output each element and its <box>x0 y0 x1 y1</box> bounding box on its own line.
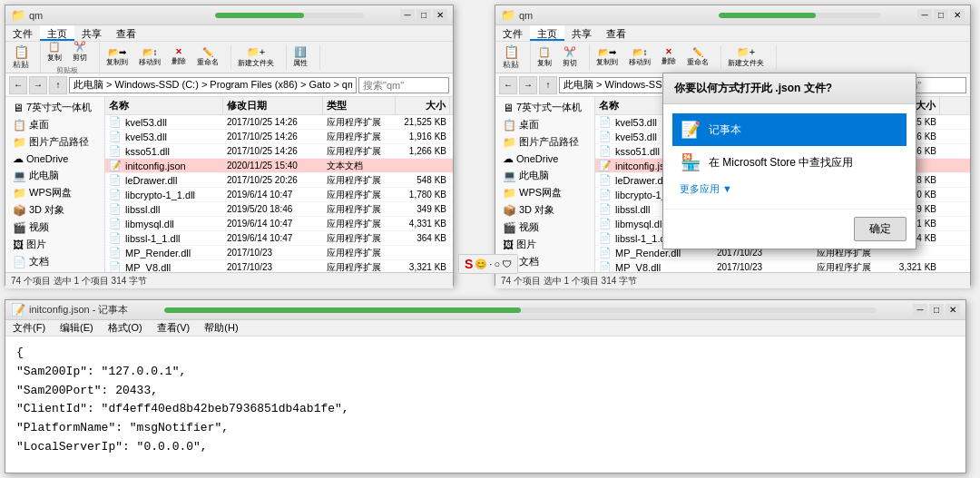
dot-icon: · <box>489 259 492 269</box>
copy-btn-left[interactable]: 📋复制 <box>43 39 66 64</box>
copy-to-btn-left[interactable]: 📂➡复制到 <box>102 45 132 69</box>
menu-file[interactable]: 文件(F) <box>5 319 53 337</box>
file-row-5-left[interactable]: 📄libssl.dll2019/5/20 18:46应用程序扩展349 KB <box>105 202 453 217</box>
tab-home-right[interactable]: 主页 <box>530 25 564 41</box>
sidebar-r-2[interactable]: 📁图片产品路径 <box>495 133 594 151</box>
sidebar-item-pictures[interactable]: 🖼图片 <box>5 236 104 253</box>
file-row-8-left[interactable]: 📄MP_Render.dll2017/10/23应用程序扩展 <box>105 246 453 260</box>
notepad-title: initconfig.json - 记事本 <box>29 303 128 317</box>
close-btn-right[interactable]: ✕ <box>950 9 965 22</box>
file-row-4-left[interactable]: 📄libcrypto-1_1.dll2019/6/14 10:47应用程序扩展1… <box>105 188 453 202</box>
tab-file-right[interactable]: 文件 <box>495 25 530 41</box>
content-line-2: "Sam200Port": 20433, <box>16 382 955 401</box>
sidebar-item-0[interactable]: 🖥7英寸式一体机 <box>5 99 104 116</box>
file-row-9-left[interactable]: 📄MP_V8.dll2017/10/23应用程序扩展3,321 KB <box>105 260 453 272</box>
file-row-3-left[interactable]: 📄leDrawer.dll2017/10/25 20:26应用程序扩展548 K… <box>105 173 453 188</box>
file-row-0-left[interactable]: 📄kvel53.dll2017/10/25 14:26应用程序扩展21,525 … <box>105 115 453 130</box>
copy-btn-right[interactable]: 📋复制 <box>533 44 556 70</box>
dialog-app-store[interactable]: 🏪 在 Microsoft Store 中查找应用 <box>672 146 906 179</box>
col-header-date-left[interactable]: 修改日期 <box>223 97 323 114</box>
more-apps-link[interactable]: 更多应用 ▼ <box>672 179 906 200</box>
rename-btn-right[interactable]: ✏️重命名 <box>682 45 713 69</box>
sidebar-item-docs[interactable]: 📄文档 <box>5 253 104 270</box>
maximize-btn-left[interactable]: □ <box>416 9 431 22</box>
sidebar-item-computer[interactable]: 💻此电脑 <box>5 167 104 184</box>
cut-btn-right[interactable]: ✂️剪切 <box>558 44 582 70</box>
statusbar-right: 74 个项目 选中 1 个项目 314 字节 <box>495 272 970 288</box>
dialog-app-notepad[interactable]: 📝 记事本 <box>672 113 906 146</box>
sidebar-r-computer[interactable]: 💻此电脑 <box>495 167 594 184</box>
move-to-btn-left[interactable]: 📂↕移动到 <box>134 45 165 69</box>
ribbon-group-open: ℹ️ 属性 <box>289 44 320 70</box>
minimize-btn-right[interactable]: ─ <box>917 9 932 22</box>
col-header-type-left[interactable]: 类型 <box>323 97 396 114</box>
notepad-window: 📝 initconfig.json - 记事本 ─ □ ✕ 文件(F) 编辑(E… <box>5 299 966 473</box>
file-row-9-right[interactable]: 📄MP_V8.dll2017/10/23应用程序扩展3,321 KB <box>595 260 970 272</box>
nav-back-left[interactable]: ← <box>9 76 27 94</box>
sidebar-item-onedrive[interactable]: ☁OneDrive <box>5 151 104 167</box>
col-header-size-left[interactable]: 大小 <box>396 97 450 114</box>
notepad-close-btn[interactable]: ✕ <box>946 304 960 317</box>
file-row-6-left[interactable]: 📄libmysql.dll2019/6/14 10:47应用程序扩展4,331 … <box>105 217 453 231</box>
move-to-btn-right[interactable]: 📂↕移动到 <box>624 45 655 69</box>
titlebar-right: 📁 qm ─ □ ✕ <box>495 5 970 25</box>
menu-help[interactable]: 帮助(H) <box>197 319 245 337</box>
new-folder-btn-left[interactable]: 📁+ 新建文件夹 <box>233 44 279 70</box>
menu-format[interactable]: 格式(O) <box>101 319 150 337</box>
file-row-1-left[interactable]: 📄kvel53.dll2017/10/25 14:26应用程序扩展1,916 K… <box>105 130 453 144</box>
sidebar-item-video[interactable]: 🎬视频 <box>5 219 104 236</box>
tab-file-left[interactable]: 文件 <box>5 25 40 41</box>
delete-btn-right[interactable]: ✕删除 <box>657 45 681 69</box>
sidebar-item-1[interactable]: 📋桌面 <box>5 116 104 133</box>
notepad-maximize-btn[interactable]: □ <box>929 304 944 317</box>
sidebar-item-music[interactable]: 🎵音乐 <box>5 270 104 272</box>
sidebar-r-1[interactable]: 📋桌面 <box>495 116 594 133</box>
tab-view-right[interactable]: 查看 <box>599 25 633 41</box>
store-app-label: 在 Microsoft Store 中查找应用 <box>709 155 853 171</box>
nav-up-left[interactable]: ↑ <box>49 76 67 94</box>
sidebar-item-2[interactable]: 📁图片产品路径 <box>5 133 104 151</box>
sidebar-r-3d[interactable]: 📦3D 对象 <box>495 201 594 219</box>
nav-fwd-left[interactable]: → <box>29 76 47 94</box>
sidebar-r-video[interactable]: 🎬视频 <box>495 219 594 236</box>
notepad-window-controls: ─ □ ✕ <box>913 304 960 317</box>
window-title-left: qm <box>29 10 179 21</box>
col-header-name-left[interactable]: 名称 <box>105 97 223 114</box>
file-row-initconfig-left[interactable]: 📝initconfig.json2020/11/25 15:40文本文档 <box>105 159 453 173</box>
dialog-confirm-btn[interactable]: 确定 <box>854 217 906 241</box>
addressbar-left: ← → ↑ <box>5 73 453 97</box>
path-input-left[interactable] <box>69 77 357 93</box>
menu-edit[interactable]: 编辑(E) <box>53 319 101 337</box>
window-title-right: qm <box>519 10 682 21</box>
menu-view[interactable]: 查看(V) <box>150 319 198 337</box>
file-row-7-left[interactable]: 📄libssl-1_1.dll2019/6/14 10:47应用程序扩展364 … <box>105 231 453 246</box>
properties-btn-left[interactable]: ℹ️ 属性 <box>289 44 312 70</box>
sidebar-r-pictures[interactable]: 🖼图片 <box>495 236 594 253</box>
ribbon-group-new: 📁+ 新建文件夹 <box>233 44 287 70</box>
window-controls-right: ─ □ ✕ <box>917 9 965 22</box>
sidebar-item-wps[interactable]: 📁WPS网盘 <box>5 184 104 201</box>
file-row-2-left[interactable]: 📄ksso51.dll2017/10/25 14:26应用程序扩展1,266 K… <box>105 144 453 159</box>
maximize-btn-right[interactable]: □ <box>934 9 948 22</box>
minimize-btn-left[interactable]: ─ <box>400 9 415 22</box>
paste-btn-left[interactable]: 📋 粘贴 <box>9 43 33 73</box>
tab-view-left[interactable]: 查看 <box>109 25 143 41</box>
close-btn-left[interactable]: ✕ <box>433 9 447 22</box>
tab-share-right[interactable]: 共享 <box>564 25 599 41</box>
sidebar-r-0[interactable]: 🖥7英寸式一体机 <box>495 99 594 116</box>
paste-btn-right[interactable]: 📋 粘贴 <box>499 43 523 73</box>
delete-btn-left[interactable]: ✕删除 <box>167 45 191 69</box>
sidebar-r-wps[interactable]: 📁WPS网盘 <box>495 184 594 201</box>
notepad-content[interactable]: { "Sam200Ip": "127.0.0.1", "Sam200Port":… <box>5 337 965 453</box>
new-folder-btn-right[interactable]: 📁+ 新建文件夹 <box>723 44 769 70</box>
copy-to-btn-right[interactable]: 📂➡复制到 <box>592 45 622 69</box>
search-input-left[interactable] <box>358 77 449 93</box>
rename-btn-left[interactable]: ✏️重命名 <box>192 45 223 69</box>
sidebar-item-3d[interactable]: 📦3D 对象 <box>5 201 104 219</box>
nav-back-right[interactable]: ← <box>499 76 517 94</box>
nav-up-right[interactable]: ↑ <box>539 76 557 94</box>
sidebar-r-onedrive[interactable]: ☁OneDrive <box>495 151 594 167</box>
notepad-minimize-btn[interactable]: ─ <box>913 304 927 317</box>
cut-btn-left[interactable]: ✂️剪切 <box>68 39 92 64</box>
nav-fwd-right[interactable]: → <box>519 76 537 94</box>
